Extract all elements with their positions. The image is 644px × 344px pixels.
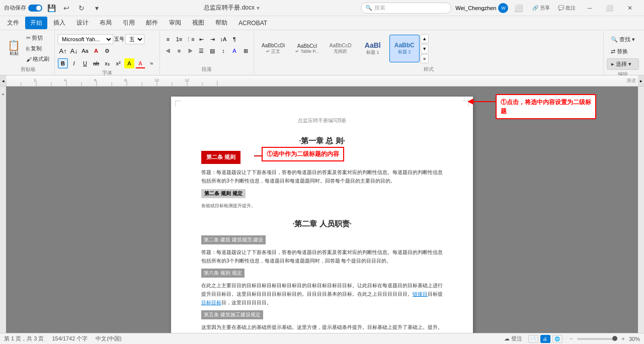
annotation-arrow-top bbox=[468, 97, 498, 112]
paragraph-group: ≡ 1≡ ⋮≡ ⇤ ⇥ ↕A ¶ ⫷ ≡ ⫸ ☰ ▤ ↕ A ⊞ 段落 bbox=[160, 31, 254, 74]
zoom-slider[interactable] bbox=[577, 338, 617, 340]
user-avatar[interactable]: W bbox=[498, 3, 508, 13]
sidebar-collapse[interactable]: ◂ bbox=[0, 92, 5, 97]
bullet-list-button[interactable]: ≡ bbox=[163, 34, 173, 44]
line-spacing-button[interactable]: ↕ bbox=[218, 46, 228, 56]
underline-button[interactable]: U bbox=[80, 58, 90, 68]
selected-section-label[interactable]: 第二条 规则 bbox=[201, 151, 240, 164]
svg-text:2: 2 bbox=[34, 78, 36, 82]
view-read-button[interactable]: 📄 bbox=[528, 335, 538, 343]
align-center-button[interactable]: ≡ bbox=[174, 46, 184, 56]
menu-insert[interactable]: 插入 bbox=[48, 17, 70, 29]
strikethrough-button[interactable]: ab bbox=[91, 58, 101, 68]
menu-help[interactable]: 帮助 bbox=[210, 17, 232, 29]
body-text-small: 各能或目标检测提升提升。 bbox=[201, 202, 443, 210]
font-increase-button[interactable]: A↑ bbox=[58, 46, 68, 56]
menu-home[interactable]: 开始 bbox=[25, 17, 47, 29]
autosave-switch[interactable] bbox=[28, 5, 42, 12]
sort-button[interactable]: ↕A bbox=[218, 34, 228, 44]
font-decrease-button[interactable]: A↓ bbox=[69, 46, 79, 56]
multilevel-list-button[interactable]: ⋮≡ bbox=[185, 34, 195, 44]
style-heading2[interactable]: AaBbC 标题 2 bbox=[389, 35, 420, 62]
outdent-button[interactable]: ⇤ bbox=[196, 34, 206, 44]
search-bar[interactable]: 🔍 搜索 bbox=[361, 3, 451, 14]
zoom-level: 30% bbox=[629, 336, 640, 342]
chinese-layout-button[interactable]: ▤ bbox=[207, 46, 217, 56]
zoom-thumb[interactable] bbox=[612, 336, 617, 341]
undo-button[interactable]: ↩ bbox=[60, 2, 72, 14]
align-left-button[interactable]: ⫷ bbox=[163, 46, 173, 56]
restore-button[interactable]: ⬜ bbox=[600, 0, 620, 16]
close-button[interactable]: ✕ bbox=[620, 0, 640, 16]
section-2-1-label: 第二条 建筑 建筑规范 建设 bbox=[201, 235, 266, 244]
style-table-p[interactable]: AaBbCcI ↵ Table P... bbox=[291, 35, 324, 62]
format-paint-button[interactable]: 🖌 格式刷 bbox=[24, 54, 51, 64]
menu-file[interactable]: 文件 bbox=[2, 17, 24, 29]
sidebar-left[interactable]: ◂ bbox=[0, 87, 6, 333]
text-highlight-button[interactable]: A bbox=[124, 58, 134, 68]
minimize-button[interactable]: ─ bbox=[580, 0, 600, 16]
justify-button[interactable]: ☰ bbox=[196, 46, 206, 56]
italic-button[interactable]: I bbox=[69, 58, 79, 68]
link-1[interactable]: 链接目 bbox=[413, 291, 428, 297]
zoom-in-icon[interactable]: ＋ bbox=[620, 335, 626, 342]
replace-button[interactable]: ⇄ 替换 bbox=[607, 46, 639, 57]
superscript-button[interactable]: x² bbox=[113, 58, 123, 68]
view-print-button[interactable]: 🖨 bbox=[540, 335, 550, 343]
font-size-dropdown[interactable]: 五号 bbox=[125, 34, 144, 44]
ruler: 2 4 6 8 10 12 跟进 bbox=[6, 75, 638, 86]
menu-layout[interactable]: 布局 bbox=[95, 17, 117, 29]
word-count: 154/1742 个字 bbox=[52, 335, 88, 342]
zoom-out-icon[interactable]: － bbox=[569, 335, 574, 342]
cut-button[interactable]: ✂ 剪切 bbox=[24, 33, 51, 43]
copy-button[interactable]: ⎘ 复制 bbox=[24, 44, 51, 54]
clipboard-top: 📋 粘贴 ✂ 剪切 ⎘ 复制 🖌 格式刷 bbox=[5, 32, 51, 65]
share-button[interactable]: 🔗 另享 bbox=[528, 0, 554, 16]
font-settings-button[interactable]: ⚙ bbox=[102, 46, 112, 56]
paste-button[interactable]: 📋 粘贴 bbox=[5, 34, 23, 64]
ruler-left-control[interactable]: ◂ bbox=[0, 75, 6, 86]
menu-mailing[interactable]: 邮件 bbox=[141, 17, 163, 29]
menu-review[interactable]: 审阅 bbox=[164, 17, 186, 29]
char-spacing-button[interactable]: ≈ bbox=[146, 58, 156, 68]
main-area: ◂ ①点击，将选中内容设置为二级标题 bbox=[0, 87, 644, 333]
link-2[interactable]: 目标目标 bbox=[201, 300, 221, 305]
numbered-list-button[interactable]: 1≡ bbox=[174, 34, 184, 44]
menu-references[interactable]: 引用 bbox=[118, 17, 140, 29]
styles-label: 样式 bbox=[257, 65, 600, 73]
font-color2-button[interactable]: A bbox=[135, 58, 145, 68]
menu-design[interactable]: 设计 bbox=[71, 17, 94, 29]
shading-button[interactable]: A bbox=[229, 46, 239, 56]
find-button[interactable]: 🔍 查找 ▾ bbox=[607, 34, 639, 45]
style-heading1[interactable]: AaBl 标题 1 bbox=[358, 35, 388, 62]
menu-acrobat[interactable]: ACROBAT bbox=[233, 18, 272, 29]
style-expand[interactable]: ≡ bbox=[421, 54, 429, 63]
save-button[interactable]: 💾 bbox=[45, 2, 57, 14]
style-normal[interactable]: AaBbCcDi ↵ 正文 bbox=[257, 35, 289, 62]
more-button[interactable]: ▾ bbox=[91, 2, 103, 14]
select-button[interactable]: ▸ 选择 ▾ bbox=[607, 58, 639, 70]
subscript-button[interactable]: x₂ bbox=[102, 58, 112, 68]
indent-button[interactable]: ⇥ bbox=[207, 34, 217, 44]
style-no-spacing[interactable]: AaBbCcD 无间距 bbox=[325, 35, 356, 62]
font-selector: Microsoft Yah... 五号 五号 bbox=[58, 34, 156, 44]
show-marks-button[interactable]: ¶ bbox=[229, 34, 239, 44]
bold-button[interactable]: B bbox=[58, 58, 68, 68]
align-right-button[interactable]: ⫸ bbox=[185, 46, 195, 56]
ruler-right-control[interactable]: ▸ bbox=[638, 75, 644, 86]
font-color-button[interactable]: A bbox=[91, 46, 101, 56]
view-web-button[interactable]: 🌐 bbox=[552, 335, 562, 343]
redo-button[interactable]: ↻ bbox=[75, 2, 88, 14]
font-name-dropdown[interactable]: Microsoft Yah... bbox=[58, 34, 113, 44]
ribbon-collapse-button[interactable]: ⬜ bbox=[512, 2, 524, 14]
border-button[interactable]: ⊞ bbox=[240, 46, 251, 56]
comments-status[interactable]: ☁ 登注 bbox=[504, 335, 522, 342]
clear-format-button[interactable]: Aa bbox=[80, 46, 90, 56]
menu-view[interactable]: 视图 bbox=[187, 17, 209, 29]
autosave-toggle[interactable]: 自动保存 bbox=[4, 4, 42, 12]
right-panel bbox=[638, 87, 644, 333]
style-scroll-up[interactable]: ▲ bbox=[421, 34, 429, 43]
comments-button[interactable]: 💬 批注 bbox=[554, 0, 580, 16]
zoom-area: － ＋ 30% bbox=[569, 335, 640, 342]
style-scroll-down[interactable]: ▼ bbox=[421, 44, 429, 53]
